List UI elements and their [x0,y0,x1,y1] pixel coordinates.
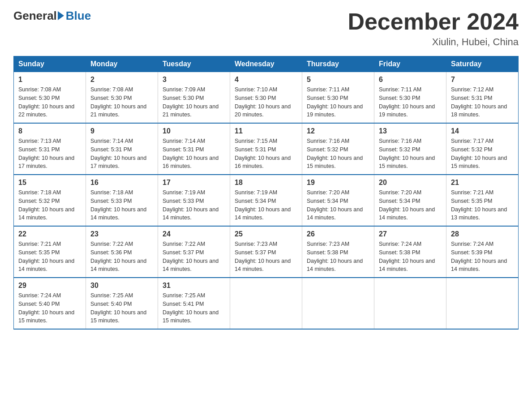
day-info: Sunrise: 7:18 AMSunset: 5:32 PMDaylight:… [18,188,81,222]
day-info: Sunrise: 7:08 AMSunset: 5:30 PMDaylight:… [90,86,153,119]
day-info: Sunrise: 7:24 AMSunset: 5:40 PMDaylight:… [18,291,81,325]
day-number: 29 [18,282,81,290]
day-number: 16 [90,179,153,187]
day-number: 18 [235,179,297,187]
day-number: 13 [379,127,442,135]
calendar-cell: 2Sunrise: 7:08 AMSunset: 5:30 PMDaylight… [86,72,158,124]
calendar-cell: 5Sunrise: 7:11 AMSunset: 5:30 PMDaylight… [302,72,374,124]
day-number: 25 [235,230,297,238]
day-number: 8 [18,127,81,135]
calendar-cell: 1Sunrise: 7:08 AMSunset: 5:30 PMDaylight… [14,72,86,124]
calendar-cell: 28Sunrise: 7:24 AMSunset: 5:39 PMDayligh… [446,226,519,278]
header-saturday: Saturday [446,56,519,72]
header-monday: Monday [86,56,158,72]
day-number: 11 [235,127,297,135]
calendar-cell: 10Sunrise: 7:14 AMSunset: 5:31 PMDayligh… [158,123,230,175]
day-info: Sunrise: 7:25 AMSunset: 5:41 PMDaylight:… [163,291,225,325]
calendar-cell [374,278,446,329]
day-info: Sunrise: 7:10 AMSunset: 5:30 PMDaylight:… [235,86,297,119]
day-info: Sunrise: 7:21 AMSunset: 5:35 PMDaylight:… [18,240,81,274]
calendar-cell: 20Sunrise: 7:20 AMSunset: 5:34 PMDayligh… [374,175,446,226]
calendar-cell: 26Sunrise: 7:23 AMSunset: 5:38 PMDayligh… [302,226,374,278]
day-number: 5 [307,76,369,84]
calendar-cell: 9Sunrise: 7:14 AMSunset: 5:31 PMDaylight… [86,123,158,175]
day-info: Sunrise: 7:23 AMSunset: 5:38 PMDaylight:… [307,240,369,274]
day-info: Sunrise: 7:13 AMSunset: 5:31 PMDaylight:… [18,137,81,171]
week-row-5: 29Sunrise: 7:24 AMSunset: 5:40 PMDayligh… [14,278,519,329]
day-number: 19 [307,179,369,187]
calendar-cell: 29Sunrise: 7:24 AMSunset: 5:40 PMDayligh… [14,278,86,329]
calendar-cell: 31Sunrise: 7:25 AMSunset: 5:41 PMDayligh… [158,278,230,329]
calendar-cell: 6Sunrise: 7:11 AMSunset: 5:30 PMDaylight… [374,72,446,124]
day-number: 30 [90,282,153,290]
calendar-cell: 3Sunrise: 7:09 AMSunset: 5:30 PMDaylight… [158,72,230,124]
header-tuesday: Tuesday [158,56,230,72]
calendar-cell: 23Sunrise: 7:22 AMSunset: 5:36 PMDayligh… [86,226,158,278]
calendar-cell [446,278,519,329]
calendar-title: December 2024 [348,9,519,34]
day-number: 23 [90,230,153,238]
day-number: 14 [451,127,514,135]
day-number: 20 [379,179,442,187]
day-number: 4 [235,76,297,84]
week-row-3: 15Sunrise: 7:18 AMSunset: 5:32 PMDayligh… [14,175,519,226]
day-info: Sunrise: 7:18 AMSunset: 5:33 PMDaylight:… [90,188,153,222]
day-info: Sunrise: 7:24 AMSunset: 5:38 PMDaylight:… [379,240,442,274]
day-info: Sunrise: 7:22 AMSunset: 5:37 PMDaylight:… [163,240,225,274]
day-info: Sunrise: 7:11 AMSunset: 5:30 PMDaylight:… [307,86,369,119]
calendar-cell: 17Sunrise: 7:19 AMSunset: 5:33 PMDayligh… [158,175,230,226]
calendar-cell: 14Sunrise: 7:17 AMSunset: 5:32 PMDayligh… [446,123,519,175]
calendar-cell: 15Sunrise: 7:18 AMSunset: 5:32 PMDayligh… [14,175,86,226]
calendar-cell: 27Sunrise: 7:24 AMSunset: 5:38 PMDayligh… [374,226,446,278]
day-info: Sunrise: 7:22 AMSunset: 5:36 PMDaylight:… [90,240,153,274]
day-number: 26 [307,230,369,238]
page-header: General Blue December 2024 Xiulin, Hubei… [13,9,519,48]
week-row-4: 22Sunrise: 7:21 AMSunset: 5:35 PMDayligh… [14,226,519,278]
day-number: 1 [18,76,81,84]
calendar-cell: 4Sunrise: 7:10 AMSunset: 5:30 PMDaylight… [230,72,302,124]
day-info: Sunrise: 7:15 AMSunset: 5:31 PMDaylight:… [235,137,297,171]
day-info: Sunrise: 7:20 AMSunset: 5:34 PMDaylight:… [379,188,442,222]
day-info: Sunrise: 7:24 AMSunset: 5:39 PMDaylight:… [451,240,514,274]
day-number: 27 [379,230,442,238]
calendar-cell: 13Sunrise: 7:16 AMSunset: 5:32 PMDayligh… [374,123,446,175]
day-number: 10 [163,127,225,135]
day-info: Sunrise: 7:16 AMSunset: 5:32 PMDaylight:… [379,137,442,171]
calendar-cell: 18Sunrise: 7:19 AMSunset: 5:34 PMDayligh… [230,175,302,226]
calendar-header: SundayMondayTuesdayWednesdayThursdayFrid… [14,56,519,72]
day-info: Sunrise: 7:11 AMSunset: 5:30 PMDaylight:… [379,86,442,119]
day-info: Sunrise: 7:19 AMSunset: 5:33 PMDaylight:… [163,188,225,222]
calendar-cell: 12Sunrise: 7:16 AMSunset: 5:32 PMDayligh… [302,123,374,175]
day-number: 31 [163,282,225,290]
day-number: 28 [451,230,514,238]
calendar-cell: 25Sunrise: 7:23 AMSunset: 5:37 PMDayligh… [230,226,302,278]
logo-general-text: General [13,9,57,23]
week-row-1: 1Sunrise: 7:08 AMSunset: 5:30 PMDaylight… [14,72,519,124]
header-wednesday: Wednesday [230,56,302,72]
day-info: Sunrise: 7:14 AMSunset: 5:31 PMDaylight:… [90,137,153,171]
calendar-cell: 16Sunrise: 7:18 AMSunset: 5:33 PMDayligh… [86,175,158,226]
calendar-cell: 11Sunrise: 7:15 AMSunset: 5:31 PMDayligh… [230,123,302,175]
day-number: 6 [379,76,442,84]
day-number: 12 [307,127,369,135]
header-friday: Friday [374,56,446,72]
day-info: Sunrise: 7:23 AMSunset: 5:37 PMDaylight:… [235,240,297,274]
calendar-cell [302,278,374,329]
day-number: 15 [18,179,81,187]
header-thursday: Thursday [302,56,374,72]
calendar-cell: 22Sunrise: 7:21 AMSunset: 5:35 PMDayligh… [14,226,86,278]
day-info: Sunrise: 7:21 AMSunset: 5:35 PMDaylight:… [451,188,514,222]
calendar-cell: 21Sunrise: 7:21 AMSunset: 5:35 PMDayligh… [446,175,519,226]
calendar-cell: 8Sunrise: 7:13 AMSunset: 5:31 PMDaylight… [14,123,86,175]
logo-blue-text: Blue [66,9,91,23]
calendar-subtitle: Xiulin, Hubei, China [348,36,519,48]
calendar-cell: 7Sunrise: 7:12 AMSunset: 5:31 PMDaylight… [446,72,519,124]
week-row-2: 8Sunrise: 7:13 AMSunset: 5:31 PMDaylight… [14,123,519,175]
day-info: Sunrise: 7:20 AMSunset: 5:34 PMDaylight:… [307,188,369,222]
calendar-table: SundayMondayTuesdayWednesdayThursdayFrid… [13,56,519,330]
logo-arrow-icon [58,11,64,20]
day-info: Sunrise: 7:12 AMSunset: 5:31 PMDaylight:… [451,86,514,119]
day-number: 3 [163,76,225,84]
calendar-cell: 19Sunrise: 7:20 AMSunset: 5:34 PMDayligh… [302,175,374,226]
day-info: Sunrise: 7:19 AMSunset: 5:34 PMDaylight:… [235,188,297,222]
